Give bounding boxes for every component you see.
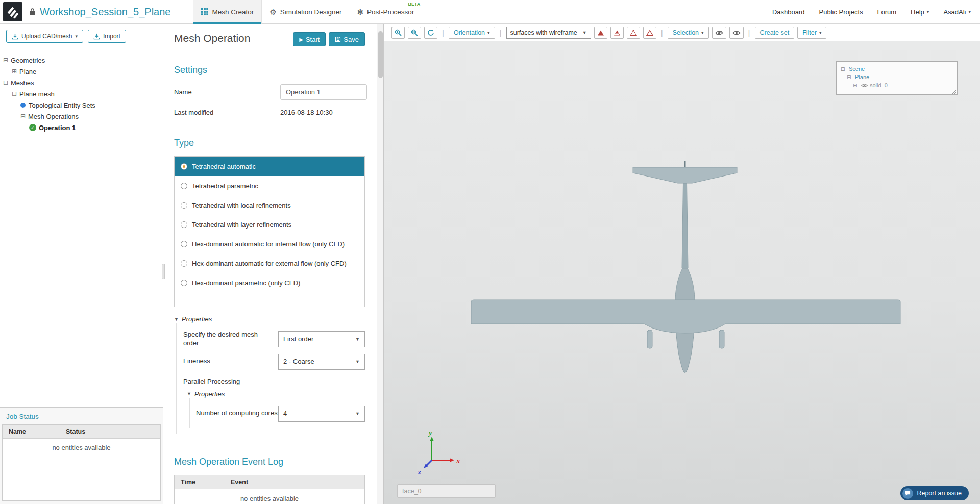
mesh-solid-toggle[interactable] <box>594 27 607 39</box>
name-row: Name <box>174 84 365 100</box>
toolbar-separator: | <box>500 29 502 37</box>
viewport-canvas[interactable]: y x z ⊟ Scene ⊟ Plane ⊞ <box>384 41 980 504</box>
radio-icon[interactable] <box>181 241 187 247</box>
nav-public-projects[interactable]: Public Projects <box>819 8 863 16</box>
beta-badge: BETA <box>408 2 421 7</box>
eye-icon[interactable] <box>861 83 868 88</box>
mesh-surface-toggle[interactable] <box>610 27 624 39</box>
radio-icon[interactable] <box>181 221 187 228</box>
collapse-toggle-icon[interactable]: ⊟ <box>20 113 28 120</box>
tree-item-meshes[interactable]: ⊟ Meshes <box>0 77 163 88</box>
import-icon <box>93 33 100 40</box>
tree-item-geometries[interactable]: ⊟ Geometries <box>0 55 163 66</box>
selection-label: Selection <box>673 29 699 36</box>
selection-button[interactable]: Selection ▾ <box>668 27 709 39</box>
radio-icon[interactable] <box>181 163 187 170</box>
type-option-tetrahedral-local-refinements[interactable]: Tetrahedral with local refinements <box>175 195 364 215</box>
radio-icon[interactable] <box>181 260 187 267</box>
tree-item-topological-entity-sets[interactable]: Topological Entity Sets <box>0 99 163 111</box>
zoom-box-button[interactable] <box>408 27 421 39</box>
scene-tree-root[interactable]: ⊟ Scene <box>841 65 953 73</box>
scene-tree-solid[interactable]: ⊞ solid_0 <box>841 81 953 89</box>
grid-icon <box>201 8 208 15</box>
tree-item-mesh-operations[interactable]: ⊟ Mesh Operations <box>0 111 163 122</box>
tab-post-processor[interactable]: ✻ Post-Processor BETA <box>350 0 422 24</box>
filter-button[interactable]: Filter ▾ <box>797 27 826 39</box>
mesh-order-row: Specify the desired mesh order First ord… <box>183 331 365 348</box>
collapse-toggle-icon[interactable]: ⊟ <box>3 79 11 86</box>
app-tabs: Mesh Creator ⚙ Simulation Designer ✻ Pos… <box>193 0 422 24</box>
type-option-tetrahedral-layer-refinements[interactable]: Tetrahedral with layer refinements <box>175 215 364 234</box>
expand-toggle-icon[interactable]: ⊞ <box>853 83 859 88</box>
type-option-hex-parametric[interactable]: Hex-dominant parametric (only CFD) <box>175 273 364 292</box>
import-button[interactable]: Import <box>88 30 126 43</box>
scene-tree-plane[interactable]: ⊟ Plane <box>841 73 953 81</box>
inner-properties-toggle[interactable]: ▼ Properties <box>187 390 365 398</box>
panel-resize-handle[interactable]: ⋮ <box>164 264 165 279</box>
render-mode-select[interactable]: surfaces with wireframe ▼ <box>506 27 591 39</box>
scene-tree-resize-handle[interactable] <box>951 89 957 94</box>
tree-item-plane[interactable]: ⊞ Plane <box>0 66 163 77</box>
mesh-edges-toggle[interactable] <box>643 27 656 39</box>
expand-toggle-icon[interactable]: ⊞ <box>12 68 19 75</box>
mesh-order-label: Specify the desired mesh order <box>183 331 274 348</box>
y-axis-label: y <box>428 429 432 437</box>
parallel-processing-label: Parallel Processing <box>183 377 365 385</box>
tree-item-operation-1[interactable]: ✓ Operation 1 <box>0 122 163 133</box>
tree-item-plane-mesh[interactable]: ⊟ Plane mesh <box>0 88 163 99</box>
tree-item-label: Topological Entity Sets <box>29 102 95 109</box>
main-wing <box>471 300 900 333</box>
cores-select[interactable]: 4 ▼ <box>278 406 365 422</box>
gear-stub-left <box>647 330 652 348</box>
inner-properties-body: Number of computing cores 4 ▼ <box>189 398 365 428</box>
collapse-toggle-icon[interactable]: ⊟ <box>847 74 853 80</box>
type-option-tetrahedral-automatic[interactable]: Tetrahedral automatic <box>175 157 364 176</box>
type-option-tetrahedral-parametric[interactable]: Tetrahedral parametric <box>175 176 364 195</box>
properties-toggle[interactable]: ▼ Properties <box>174 315 365 323</box>
nav-dashboard[interactable]: Dashboard <box>772 8 805 16</box>
eye-icon <box>732 30 741 36</box>
start-button[interactable]: ▶ Start <box>293 32 326 46</box>
orientation-button[interactable]: Orientation ▾ <box>449 27 495 39</box>
mesh-nodes-toggle[interactable] <box>627 27 640 39</box>
type-option-hex-internal-flow[interactable]: Hex-dominant automatic for internal flow… <box>175 234 364 254</box>
radio-icon[interactable] <box>181 183 187 189</box>
collapse-toggle-icon[interactable]: ⊟ <box>3 57 11 64</box>
nav-forum[interactable]: Forum <box>877 8 897 16</box>
mesh-order-select[interactable]: First order ▼ <box>278 331 365 347</box>
save-button[interactable]: Save <box>329 32 365 46</box>
fan-icon: ✻ <box>357 8 364 16</box>
nav-help-menu[interactable]: Help▾ <box>911 8 929 16</box>
zoom-in-button[interactable] <box>391 27 405 39</box>
caret-down-icon: ▾ <box>75 34 78 39</box>
fineness-label: Fineness <box>183 357 274 366</box>
collapse-toggle-icon[interactable]: ⊟ <box>12 90 19 97</box>
plane-model[interactable]: y x z <box>384 41 980 504</box>
radio-icon[interactable] <box>181 280 187 286</box>
orientation-label: Orientation <box>454 29 485 36</box>
tab-simulation-designer[interactable]: ⚙ Simulation Designer <box>262 0 349 24</box>
name-input[interactable] <box>280 84 367 100</box>
user-menu[interactable]: AsadAli▾ <box>943 8 971 16</box>
face-name-input[interactable] <box>397 484 496 498</box>
hide-selection-button[interactable] <box>712 27 726 39</box>
report-issue-label: Report an issue <box>917 490 962 497</box>
create-set-button[interactable]: Create set <box>755 27 795 39</box>
radio-icon[interactable] <box>181 202 187 209</box>
caret-down-icon: ▼ <box>355 359 360 364</box>
upload-cad-button[interactable]: Upload CAD/mesh ▾ <box>6 30 83 43</box>
name-label: Name <box>174 88 280 96</box>
x-axis-label: x <box>456 457 460 465</box>
collapse-toggle-icon[interactable]: ⊟ <box>841 66 847 72</box>
panel-actions: ▶ Start Save <box>293 32 365 46</box>
app-logo-icon[interactable] <box>3 2 22 21</box>
cores-row: Number of computing cores 4 ▼ <box>196 406 365 422</box>
panel-scrollbar[interactable] <box>377 24 383 504</box>
scrollbar-thumb[interactable] <box>378 31 383 78</box>
fineness-select[interactable]: 2 - Coarse ▼ <box>278 354 365 370</box>
show-all-button[interactable] <box>729 27 744 39</box>
type-option-hex-external-flow[interactable]: Hex-dominant automatic for external flow… <box>175 254 364 273</box>
reset-view-button[interactable] <box>424 27 437 39</box>
tab-mesh-creator[interactable]: Mesh Creator <box>193 0 262 24</box>
report-issue-button[interactable]: Report an issue <box>900 486 969 500</box>
